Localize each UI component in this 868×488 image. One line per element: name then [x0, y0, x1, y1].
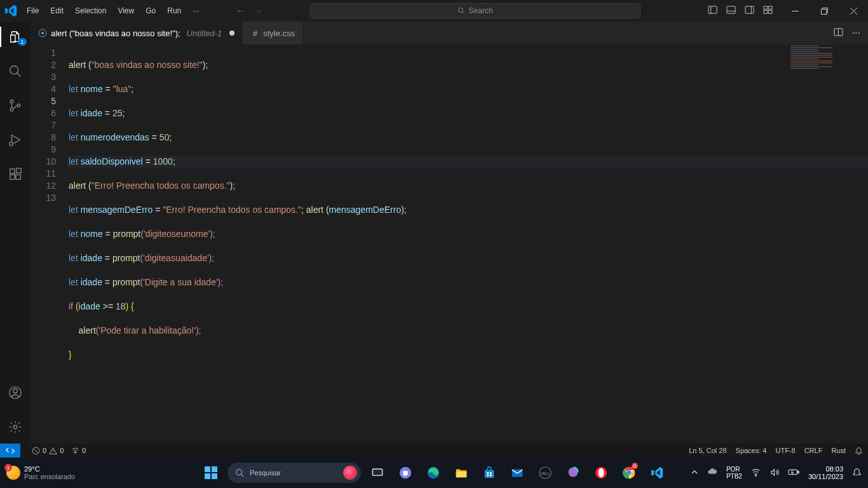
- menu-view[interactable]: View: [112, 4, 139, 18]
- layout-sidebar-left-icon[interactable]: [708, 5, 717, 17]
- menu-run[interactable]: Run: [162, 4, 186, 18]
- search-highlight-icon: [343, 466, 357, 480]
- status-problems[interactable]: 0 0: [32, 447, 64, 455]
- search-placeholder: Search: [469, 6, 493, 15]
- layout-sidebar-right-icon[interactable]: [745, 5, 754, 17]
- settings-gear-icon[interactable]: [0, 417, 31, 437]
- tray-volume-icon[interactable]: [770, 468, 779, 478]
- status-indent[interactable]: Spaces: 4: [736, 447, 767, 454]
- windows-taskbar: 1 29°C Parc ensolarado Pesquisar DELL G …: [0, 458, 868, 488]
- title-bar: File Edit Selection View Go Run ··· ← → …: [0, 0, 868, 22]
- svg-point-36: [75, 451, 76, 452]
- tab-untitled-1[interactable]: alert ("boas vindas ao nosso site!"); Un…: [31, 22, 243, 44]
- taskview-icon[interactable]: [366, 461, 389, 484]
- svg-point-18: [10, 100, 13, 103]
- svg-point-0: [458, 8, 463, 13]
- svg-point-19: [10, 108, 13, 111]
- svg-rect-43: [456, 471, 467, 477]
- tab-more-icon[interactable]: ···: [852, 27, 860, 39]
- status-encoding[interactable]: UTF-8: [775, 447, 795, 454]
- window-minimize-button[interactable]: [780, 0, 810, 22]
- tray-wifi-icon[interactable]: [751, 468, 761, 478]
- tray-language[interactable]: POR PTB2: [726, 466, 742, 480]
- mail-icon[interactable]: [506, 461, 529, 484]
- explorer-icon[interactable]: 1: [0, 27, 31, 47]
- menu-edit[interactable]: Edit: [45, 4, 69, 18]
- taskbar-search[interactable]: Pesquisar: [227, 463, 361, 483]
- svg-rect-9: [768, 6, 772, 10]
- window-maximize-button[interactable]: [810, 0, 839, 22]
- line-gutter: 1 2 3 4 5 6 7 8 9 10 11 12 13: [31, 44, 67, 444]
- command-center-search[interactable]: Search: [310, 3, 641, 18]
- start-button[interactable]: [200, 461, 222, 484]
- svg-rect-13: [821, 9, 826, 14]
- status-eol[interactable]: CRLF: [804, 447, 823, 454]
- svg-rect-4: [727, 6, 735, 13]
- search-icon: [235, 468, 245, 478]
- accounts-icon[interactable]: [0, 383, 31, 403]
- run-debug-icon[interactable]: [0, 130, 31, 150]
- svg-point-53: [598, 468, 604, 478]
- chat-icon[interactable]: [394, 461, 417, 484]
- svg-point-27: [13, 389, 17, 393]
- tab-title: alert ("boas vindas ao nosso site!");: [51, 29, 180, 38]
- split-editor-icon[interactable]: [834, 27, 843, 39]
- tray-battery-icon[interactable]: [788, 468, 799, 477]
- explorer-folder-icon[interactable]: [450, 461, 473, 484]
- svg-rect-23: [10, 175, 14, 179]
- editor-tabs: alert ("boas vindas ao nosso site!"); Un…: [31, 22, 868, 44]
- svg-point-16: [10, 66, 18, 74]
- source-control-icon[interactable]: [0, 95, 31, 116]
- status-language[interactable]: Rust: [831, 447, 846, 454]
- svg-rect-6: [745, 6, 754, 13]
- svg-rect-10: [764, 10, 768, 13]
- svg-rect-44: [485, 470, 494, 478]
- tray-clock[interactable]: 08:03 30/11/2023: [808, 465, 843, 480]
- opera-icon[interactable]: [590, 461, 613, 484]
- code-editor[interactable]: 1 2 3 4 5 6 7 8 9 10 11 12 13 alert ("bo…: [31, 44, 868, 444]
- svg-rect-25: [16, 168, 20, 173]
- menu-go[interactable]: Go: [140, 4, 161, 18]
- svg-rect-46: [490, 472, 492, 474]
- tray-notifications-icon[interactable]: [852, 468, 862, 478]
- svg-point-28: [13, 425, 17, 429]
- nav-forward-icon[interactable]: →: [254, 6, 262, 16]
- editor-area: alert ("boas vindas ao nosso site!"); Un…: [31, 22, 868, 444]
- menu-selection[interactable]: Selection: [70, 4, 111, 18]
- svg-line-38: [241, 474, 243, 477]
- weather-icon: 1: [6, 466, 20, 480]
- nav-back-icon[interactable]: ←: [236, 6, 245, 16]
- layout-customize-icon[interactable]: [763, 5, 773, 17]
- layout-panel-bottom-icon[interactable]: [726, 5, 736, 17]
- extensions-icon[interactable]: [0, 164, 31, 184]
- code-content[interactable]: alert ("boas vindas ao nosso site!"); le…: [67, 44, 868, 444]
- svg-rect-47: [487, 475, 489, 477]
- tab-style-css[interactable]: # style.css: [243, 22, 303, 44]
- copilot-icon[interactable]: [562, 461, 585, 484]
- menu-more-icon[interactable]: ···: [187, 4, 204, 18]
- tray-onedrive-icon[interactable]: [707, 467, 717, 478]
- weather-desc: Parc ensolarado: [24, 473, 75, 480]
- window-close-button[interactable]: [839, 0, 868, 22]
- status-bell-icon[interactable]: [855, 447, 863, 455]
- taskbar-weather[interactable]: 1 29°C Parc ensolarado: [6, 465, 75, 480]
- search-activity-icon[interactable]: [0, 61, 31, 81]
- dell-icon[interactable]: DELL: [534, 461, 557, 484]
- store-icon[interactable]: [478, 461, 501, 484]
- status-ports[interactable]: 0: [71, 447, 86, 455]
- svg-rect-22: [10, 169, 14, 173]
- svg-point-55: [627, 470, 631, 475]
- svg-text:DELL: DELL: [541, 471, 550, 475]
- vscode-taskbar-icon[interactable]: [646, 461, 668, 484]
- chrome-icon[interactable]: G: [618, 461, 641, 484]
- edge-icon[interactable]: [422, 461, 445, 484]
- system-tray: POR PTB2 08:03 30/11/2023: [691, 465, 862, 480]
- menu-file[interactable]: File: [22, 4, 44, 18]
- svg-rect-45: [487, 472, 489, 474]
- svg-point-21: [9, 142, 13, 146]
- svg-rect-11: [768, 10, 772, 13]
- status-cursor-position[interactable]: Ln 5, Col 28: [689, 447, 726, 454]
- remote-button[interactable]: [0, 444, 20, 458]
- svg-line-17: [17, 73, 20, 77]
- tray-chevron-icon[interactable]: [691, 468, 698, 477]
